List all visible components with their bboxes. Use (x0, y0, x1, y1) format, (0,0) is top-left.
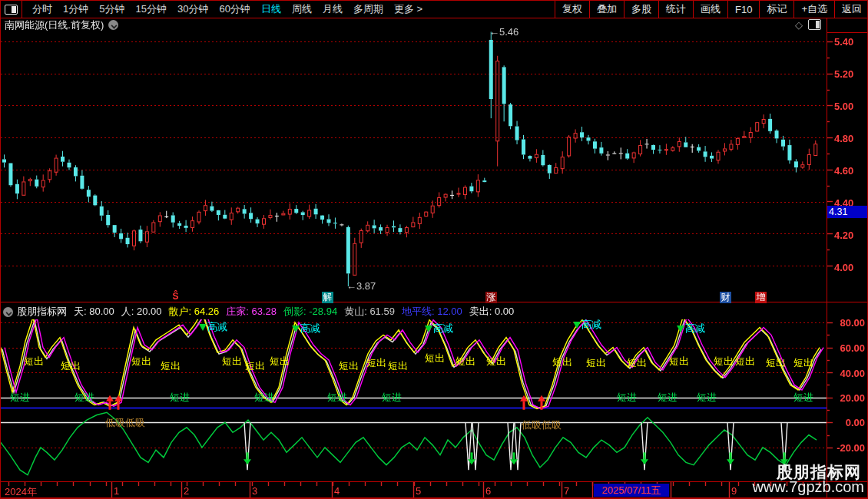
short-exit-label: 短出 (131, 355, 151, 368)
price-tick-label: 4.60 (834, 165, 853, 177)
menu-item-月线[interactable]: 月线 (317, 2, 348, 16)
toolbar-button-多股[interactable]: 多股 (624, 1, 658, 18)
toolbar-button-叠加[interactable]: 叠加 (589, 1, 624, 18)
indicator-header[interactable]: 股朋指标网 天: 80.00人: 20.00散户: 64.26庄家: 63.28… (1, 304, 823, 319)
short-exit-label: 短出 (425, 352, 445, 365)
toolbar-right-buttons: 复权叠加多股统计画线F10标记+自选返回 (555, 1, 868, 18)
toolbar-button-返回[interactable]: 返回 (834, 1, 868, 18)
indicator-chevron-icon[interactable] (3, 307, 13, 317)
short-enter-label: 短进 (658, 391, 678, 405)
price-tick-label: 5.40 (834, 36, 853, 48)
short-enter-label: 短进 (382, 391, 402, 405)
window-split-icon-glyph (5, 5, 18, 15)
short-exit-label: 短出 (366, 356, 386, 370)
high-reduce-label: 高减 (677, 322, 705, 335)
short-exit-label: 短出 (669, 355, 689, 368)
short-enter-label: 短进 (254, 391, 274, 405)
short-enter-label: 短进 (697, 391, 717, 405)
green-down-arrow-icon (677, 326, 684, 332)
time-tick-label: 2 (184, 485, 189, 497)
menu-item-分时[interactable]: 分时 (27, 2, 58, 16)
event-badge-Ŝ: Ŝ (170, 291, 181, 302)
title-chevron-down-icon[interactable] (108, 20, 118, 30)
short-exit-label: 短出 (766, 356, 786, 370)
high-reduce-label: 高减 (292, 322, 320, 335)
low-absorb-label: 低吸低吸 (522, 418, 562, 432)
short-exit-label: 短出 (552, 355, 572, 369)
short-exit-label: 短出 (61, 359, 81, 373)
event-badge-增: 增 (755, 292, 767, 303)
indicator-field: 散户: 64.26 (169, 305, 220, 319)
menu-item-15分钟[interactable]: 15分钟 (130, 2, 171, 16)
time-tick-label: 2024年 (5, 485, 37, 499)
green-down-arrow-icon (199, 324, 207, 331)
price-tick-label: 5.20 (834, 68, 853, 80)
time-tick-label: 7 (564, 485, 569, 497)
cursor-date-highlight: 2025/07/11五 (594, 484, 669, 497)
indicator-field: 卖出: 0.00 (469, 305, 515, 319)
menu-item-周线[interactable]: 周线 (287, 2, 317, 16)
menu-item-60分钟[interactable]: 60分钟 (214, 2, 255, 16)
high-reduce-label: 高减 (425, 322, 453, 335)
indicator-field: 庄家: 63.28 (226, 305, 277, 319)
menu-item-5分钟[interactable]: 5分钟 (94, 2, 130, 16)
short-exit-label: 短出 (627, 356, 647, 370)
period-menu: 分时1分钟5分钟15分钟30分钟60分钟日线周线月线多周期更多 > (27, 2, 428, 16)
time-tick-label: 5 (416, 485, 421, 497)
toolbar-button-F10[interactable]: F10 (727, 1, 759, 18)
short-enter-label: 短进 (793, 391, 813, 405)
green-down-arrow-icon (292, 326, 300, 332)
indicator-field: 倒影: -28.94 (283, 305, 337, 319)
top-toolbar: 分时1分钟5分钟15分钟30分钟60分钟日线周线月线多周期更多 > 复权叠加多股… (1, 1, 868, 18)
toolbar-divider (1, 18, 868, 18)
short-exit-label: 短出 (586, 356, 606, 370)
indicator-field: 地平线: 12.00 (402, 305, 462, 319)
toolbar-button-统计[interactable]: 统计 (658, 1, 693, 18)
panel-split-icon[interactable] (808, 19, 821, 30)
menu-item-30分钟[interactable]: 30分钟 (172, 2, 214, 16)
high-price-annotation: ←5.46 (489, 26, 518, 38)
indicator-axis-divider (1, 481, 868, 482)
menu-item-日线[interactable]: 日线 (256, 2, 287, 16)
event-badge-财: 财 (720, 292, 731, 303)
diamond-icon[interactable]: ◇ (795, 20, 803, 30)
time-tick-label: 6 (485, 485, 491, 497)
price-tick-label: 4.00 (834, 262, 853, 273)
short-enter-label: 短进 (170, 391, 190, 405)
indicator-tick-label: -20.00 (827, 442, 865, 454)
toolbar-button-复权[interactable]: 复权 (555, 1, 589, 18)
short-exit-label: 短出 (388, 359, 408, 373)
short-enter-label: 短进 (617, 391, 637, 405)
time-tick-label: 9 (731, 485, 737, 497)
short-exit-label: 短出 (270, 355, 290, 368)
short-exit-label: 短出 (245, 359, 265, 373)
short-exit-label: 短出 (339, 359, 359, 373)
event-badge-解: 解 (322, 292, 333, 303)
toolbar-button-标记[interactable]: 标记 (759, 1, 793, 18)
short-enter-label: 短进 (75, 391, 94, 405)
time-tick-label: 1 (114, 485, 119, 497)
event-badge-涨: 涨 (485, 292, 497, 303)
axis-corner-line (827, 32, 868, 33)
toolbar-button-画线[interactable]: 画线 (693, 1, 727, 18)
window-split-icon[interactable] (1, 1, 22, 18)
short-exit-label: 短出 (714, 355, 734, 368)
time-tick-label: 3 (252, 485, 257, 497)
menu-item-多周期[interactable]: 多周期 (348, 2, 389, 16)
low-price-annotation: ←3.87 (346, 280, 376, 292)
corner-icons: ◇ (795, 19, 821, 30)
menu-item-1分钟[interactable]: 1分钟 (58, 2, 94, 16)
green-down-arrow-icon (573, 322, 581, 329)
short-exit-label: 短出 (24, 355, 44, 368)
titlebar: 南网能源(日线.前复权) (1, 18, 827, 32)
short-exit-label: 短出 (735, 355, 755, 368)
main-indicator-divider[interactable] (1, 302, 868, 302)
indicator-field: 天: 80.00 (74, 305, 114, 319)
short-exit-label: 短出 (222, 355, 242, 368)
toolbar-button-+自选[interactable]: +自选 (793, 1, 834, 18)
price-tick-label: 5.00 (834, 101, 853, 112)
menu-item-更多 >[interactable]: 更多 > (389, 2, 428, 16)
indicator-tick-label: 0.00 (827, 417, 865, 428)
high-reduce-label: 高减 (199, 320, 227, 334)
current-price-badge: 4.31 (827, 206, 868, 218)
